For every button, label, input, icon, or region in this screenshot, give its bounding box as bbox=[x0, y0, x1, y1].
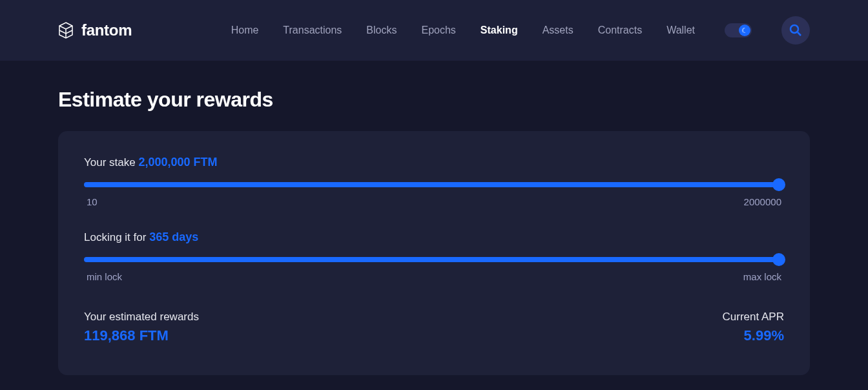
moon-icon: ☾ bbox=[741, 26, 748, 35]
stake-range: 10 2000000 bbox=[84, 196, 784, 207]
lock-value: 365 days bbox=[149, 231, 198, 243]
lock-label: Locking it for bbox=[84, 231, 146, 243]
stake-value: 2,000,000 FTM bbox=[138, 156, 217, 169]
stake-min: 10 bbox=[87, 196, 98, 207]
apr-value: 5.99% bbox=[723, 327, 784, 344]
lock-slider-block: Locking it for 365 days min lock max loc… bbox=[84, 231, 784, 282]
toggle-thumb: ☾ bbox=[739, 25, 750, 36]
stake-label-row: Your stake 2,000,000 FTM bbox=[84, 156, 784, 169]
lock-range: min lock max lock bbox=[84, 271, 784, 282]
nav-assets[interactable]: Assets bbox=[542, 25, 574, 36]
apr-result: Current APR 5.99% bbox=[723, 311, 784, 344]
lock-slider-thumb[interactable] bbox=[772, 253, 785, 266]
apr-label: Current APR bbox=[723, 311, 784, 323]
main-nav: Home Transactions Blocks Epochs Staking … bbox=[231, 16, 810, 45]
nav-contracts[interactable]: Contracts bbox=[598, 25, 642, 36]
lock-min: min lock bbox=[87, 271, 122, 282]
logo-text: fantom bbox=[81, 21, 132, 39]
lock-max: max lock bbox=[743, 271, 781, 282]
svg-point-0 bbox=[790, 25, 798, 33]
logo[interactable]: fantom bbox=[58, 21, 132, 39]
nav-wallet[interactable]: Wallet bbox=[666, 25, 695, 36]
rewards-value: 119,868 FTM bbox=[84, 327, 199, 344]
nav-epochs[interactable]: Epochs bbox=[421, 25, 455, 36]
stake-label: Your stake bbox=[84, 156, 136, 169]
rewards-card: Your stake 2,000,000 FTM 10 2000000 Lock… bbox=[58, 131, 810, 375]
header: fantom Home Transactions Blocks Epochs S… bbox=[0, 0, 868, 61]
content: Estimate your rewards Your stake 2,000,0… bbox=[0, 61, 868, 390]
search-icon bbox=[789, 24, 802, 37]
nav-staking[interactable]: Staking bbox=[480, 25, 518, 36]
svg-line-1 bbox=[798, 32, 801, 36]
stake-max: 2000000 bbox=[744, 196, 781, 207]
lock-label-row: Locking it for 365 days bbox=[84, 231, 784, 244]
nav-home[interactable]: Home bbox=[231, 25, 259, 36]
fantom-logo-icon bbox=[58, 21, 74, 39]
results-row: Your estimated rewards 119,868 FTM Curre… bbox=[84, 311, 784, 344]
stake-slider[interactable] bbox=[84, 182, 784, 187]
lock-slider[interactable] bbox=[84, 257, 784, 262]
search-button[interactable] bbox=[781, 16, 810, 45]
nav-blocks[interactable]: Blocks bbox=[366, 25, 397, 36]
page-title: Estimate your rewards bbox=[58, 88, 810, 112]
rewards-label: Your estimated rewards bbox=[84, 311, 199, 323]
nav-transactions[interactable]: Transactions bbox=[283, 25, 342, 36]
rewards-result: Your estimated rewards 119,868 FTM bbox=[84, 311, 199, 344]
stake-slider-block: Your stake 2,000,000 FTM 10 2000000 bbox=[84, 156, 784, 207]
stake-slider-thumb[interactable] bbox=[772, 178, 785, 191]
theme-toggle[interactable]: ☾ bbox=[725, 23, 752, 37]
